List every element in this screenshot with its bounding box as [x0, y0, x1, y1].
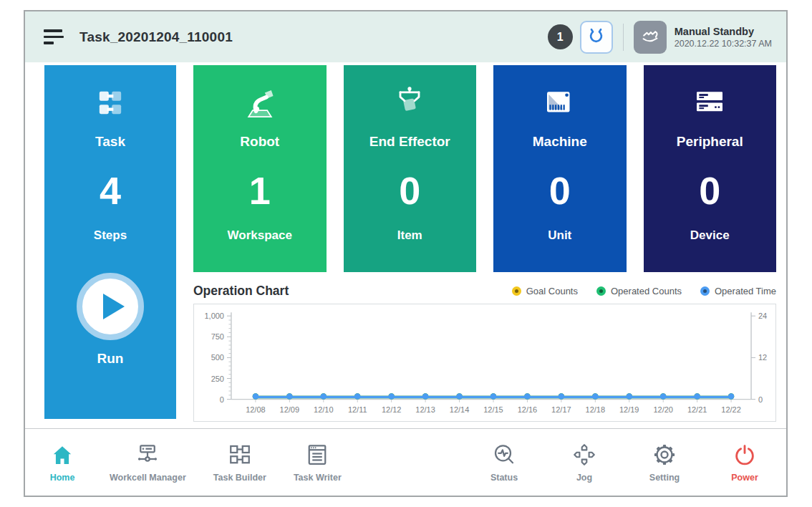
workcell-manager-icon	[135, 442, 160, 468]
svg-text:12: 12	[758, 353, 767, 362]
nav-workcell-manager[interactable]: Workcell Manager	[110, 442, 186, 483]
card-robot[interactable]: Robot 1 Workspace	[193, 65, 327, 272]
svg-text:12/08: 12/08	[246, 405, 265, 414]
card-title: Peripheral	[677, 134, 743, 150]
run-button[interactable]: Run	[77, 273, 144, 367]
svg-text:750: 750	[211, 332, 224, 341]
task-builder-icon	[227, 442, 253, 468]
play-icon	[103, 294, 125, 319]
card-unit: Workspace	[228, 228, 292, 243]
mode-label: Manual Standby	[675, 26, 772, 37]
cards-row: Robot 1 Workspace	[193, 65, 776, 272]
card-value: 1	[249, 171, 271, 210]
jog-icon	[571, 442, 597, 468]
task-writer-icon	[304, 442, 330, 468]
svg-text:12/12: 12/12	[382, 405, 401, 414]
card-value: 0	[699, 171, 720, 210]
bottom-nav: Home Workcell Manager	[25, 428, 786, 496]
robot-arm-icon	[241, 84, 279, 122]
notification-badge: 1	[548, 24, 573, 49]
chart-title: Operation Chart	[193, 284, 289, 299]
operated-time-dot-icon	[700, 286, 710, 296]
svg-text:12/13: 12/13	[415, 405, 435, 414]
card-title: Machine	[533, 134, 587, 150]
nav-setting[interactable]: Setting	[644, 442, 685, 483]
chart-legend: Goal Counts Operated Counts Operated Tim…	[512, 286, 776, 296]
card-end-effector[interactable]: End Effector 0 Item	[344, 65, 477, 272]
svg-text:12/09: 12/09	[280, 405, 299, 414]
card-unit: Steps	[94, 228, 127, 243]
svg-text:12/19: 12/19	[619, 405, 639, 414]
card-unit: Item	[397, 228, 422, 243]
card-machine[interactable]: Machine 0 Unit	[493, 65, 627, 272]
svg-text:12/21: 12/21	[687, 405, 707, 414]
header-right: 1 Manual Standby 2020.12.22 10	[548, 21, 772, 54]
nav-status[interactable]: Status	[484, 442, 524, 483]
menu-icon[interactable]	[44, 29, 65, 46]
mode-status: Manual Standby 2020.12.22 10:32:37 AM	[675, 26, 772, 49]
mode-timestamp: 2020.12.22 10:32:37 AM	[675, 39, 772, 49]
legend-operated-counts: Operated Counts	[596, 286, 682, 296]
operation-chart: 1,00075050025002412012/0812/0912/1012/11…	[193, 304, 776, 422]
card-title: End Effector	[369, 134, 450, 150]
header-divider	[623, 24, 624, 51]
nav-power[interactable]: Power	[725, 443, 765, 483]
svg-text:12/22: 12/22	[721, 405, 740, 414]
card-unit: Device	[690, 228, 730, 243]
svg-text:12/16: 12/16	[518, 405, 537, 414]
card-task[interactable]: Task 4 Steps Run	[44, 65, 176, 419]
chart-header: Operation Chart Goal Counts Operated Cou…	[193, 283, 776, 299]
manual-mode-button[interactable]	[634, 21, 667, 54]
card-value: 0	[549, 171, 571, 210]
gripper-icon	[586, 27, 606, 47]
operated-counts-dot-icon	[596, 286, 606, 296]
setting-icon	[652, 442, 677, 468]
card-peripheral[interactable]: Peripheral 0 Device	[644, 65, 777, 272]
task-blocks-icon	[92, 84, 129, 122]
nav-task-writer[interactable]: Task Writer	[294, 442, 342, 483]
svg-text:24: 24	[758, 312, 767, 320]
svg-text:0: 0	[220, 395, 224, 404]
card-value: 4	[100, 171, 121, 210]
svg-text:12/17: 12/17	[551, 405, 571, 414]
app-window: Task_20201204_110001 1 Man	[24, 10, 788, 497]
task-title: Task_20201204_110001	[79, 29, 233, 45]
svg-text:12/14: 12/14	[450, 405, 469, 414]
hand-icon	[639, 26, 661, 48]
card-value: 0	[399, 171, 420, 210]
run-circle	[77, 273, 144, 340]
main-content: Task 4 Steps Run	[25, 62, 786, 428]
svg-text:0: 0	[758, 395, 763, 404]
card-title: Robot	[240, 134, 279, 150]
nav-jog[interactable]: Jog	[564, 442, 604, 483]
svg-text:12/15: 12/15	[483, 405, 503, 414]
goal-counts-dot-icon	[512, 286, 521, 296]
home-icon	[50, 443, 74, 468]
svg-text:500: 500	[211, 353, 224, 362]
card-title: Task	[95, 134, 125, 150]
power-icon	[733, 443, 757, 468]
right-column: Robot 1 Workspace	[193, 65, 776, 428]
run-label: Run	[97, 351, 124, 367]
legend-goal-counts: Goal Counts	[512, 286, 578, 296]
svg-text:12/11: 12/11	[348, 405, 367, 414]
end-effector-tool-button[interactable]	[580, 21, 613, 54]
legend-operated-time: Operated Time	[700, 286, 776, 296]
peripheral-icon	[690, 84, 729, 122]
operation-chart-svg: 1,00075050025002412012/0812/0912/1012/11…	[194, 304, 775, 421]
svg-text:250: 250	[211, 375, 224, 383]
svg-text:12/20: 12/20	[653, 405, 672, 414]
nav-task-builder[interactable]: Task Builder	[213, 442, 266, 483]
svg-text:12/10: 12/10	[314, 405, 333, 414]
svg-text:1,000: 1,000	[204, 312, 223, 320]
svg-text:12/18: 12/18	[586, 405, 605, 414]
header: Task_20201204_110001 1 Man	[25, 11, 786, 62]
status-icon	[491, 442, 517, 468]
end-effector-gripper-icon	[391, 84, 428, 122]
machine-icon	[541, 84, 579, 122]
card-unit: Unit	[548, 228, 571, 243]
nav-home[interactable]: Home	[42, 443, 82, 483]
